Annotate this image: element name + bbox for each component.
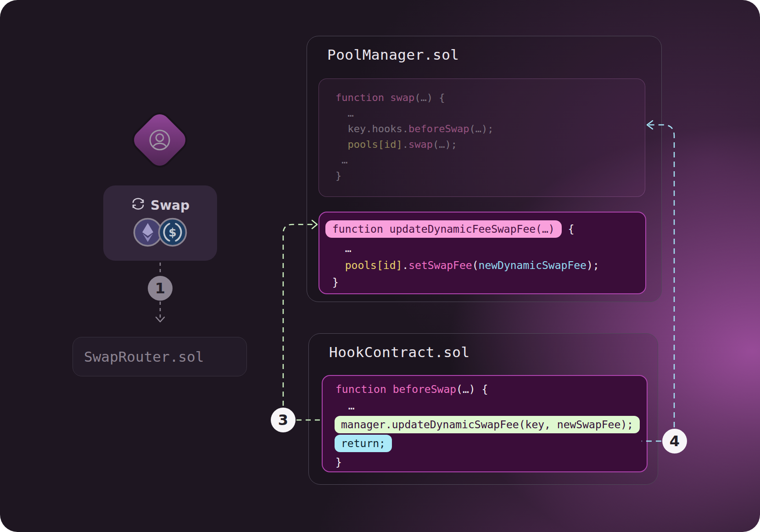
code-line: manager.updateDynamicSwapFee(key, newSwa… bbox=[335, 416, 634, 433]
step-3-number: 3 bbox=[278, 411, 288, 429]
step-1-badge: 1 bbox=[148, 276, 173, 301]
hook-contract-code: function beforeSwap(…) { …manager.update… bbox=[322, 375, 648, 472]
code-line: key.hooks.beforeSwap(…); bbox=[335, 121, 628, 137]
svg-text:$: $ bbox=[168, 226, 176, 239]
code-line: } bbox=[332, 274, 632, 291]
swap-router-card: SwapRouter.sol bbox=[73, 337, 247, 376]
code-line: … bbox=[335, 106, 628, 121]
code-line: … bbox=[335, 398, 634, 414]
pool-manager-title: PoolManager.sol bbox=[327, 46, 459, 63]
step-4-number: 4 bbox=[670, 432, 680, 450]
pool-manager-panel: PoolManager.sol function swap(…) { … key… bbox=[307, 36, 662, 302]
usdc-coin-icon: $ bbox=[158, 218, 187, 247]
swap-router-title: SwapRouter.sol bbox=[84, 348, 204, 365]
code-line: … bbox=[335, 152, 628, 168]
pool-manager-highlight-code: function updateDynamicFeeSwapFee(…) { … … bbox=[319, 212, 646, 294]
step-4-badge: 4 bbox=[662, 429, 687, 454]
swap-arrows-icon bbox=[131, 197, 145, 213]
code-line: function updateDynamicFeeSwapFee(…) { bbox=[332, 221, 632, 238]
swap-card: Swap $ bbox=[103, 185, 217, 261]
code-line: return; bbox=[335, 435, 634, 452]
code-line: pools[id].setSwapFee(newDynamicSwapFee); bbox=[332, 257, 632, 274]
code-line: } bbox=[335, 168, 628, 184]
code-line: function swap(…) { bbox=[335, 90, 628, 106]
code-line: pools[id].swap(…); bbox=[335, 137, 628, 152]
step-3-badge: 3 bbox=[271, 408, 296, 432]
code-line: … bbox=[332, 240, 632, 257]
diagram-canvas: Swap $ 1 3 bbox=[0, 0, 760, 532]
step-1-number: 1 bbox=[155, 280, 165, 297]
hook-contract-panel: HookContract.sol function beforeSwap(…) … bbox=[308, 333, 658, 485]
code-line: } bbox=[335, 454, 634, 470]
pool-manager-faded-code: function swap(…) { … key.hooks.beforeSwa… bbox=[319, 78, 645, 197]
hook-contract-title: HookContract.sol bbox=[329, 344, 470, 360]
user-icon bbox=[145, 125, 174, 155]
code-line: function beforeSwap(…) { bbox=[335, 381, 634, 398]
swap-label: Swap bbox=[151, 198, 190, 213]
